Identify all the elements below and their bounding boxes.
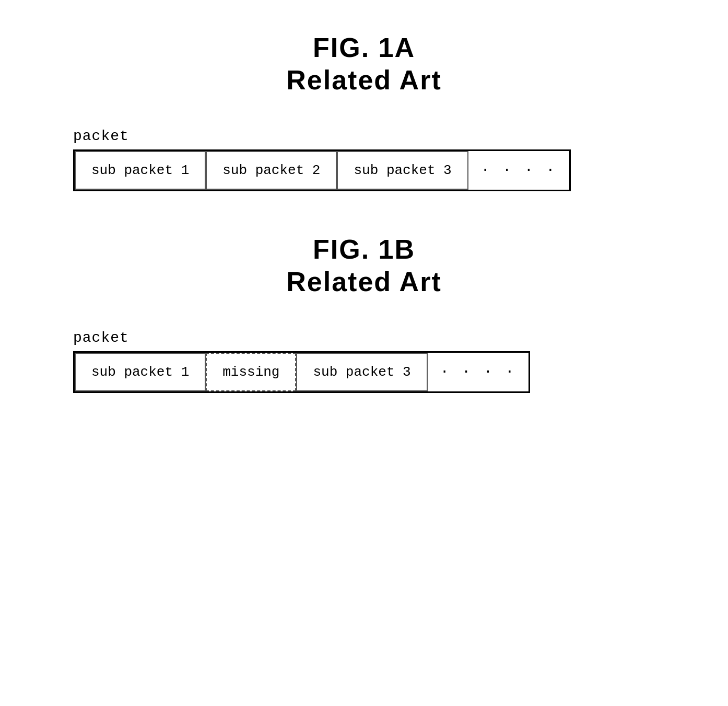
figure-1a-section: FIG. 1A Related Art packet sub packet 1 …: [42, 31, 686, 191]
figure-1a-sub-packet-2: sub packet 2: [206, 151, 337, 190]
figure-1a-title: FIG. 1A Related Art: [286, 31, 441, 97]
figure-1b-title-line1: FIG. 1B: [286, 233, 441, 265]
figure-1a-ellipsis: · · · ·: [468, 151, 570, 190]
figure-1a-packet-label: packet: [73, 128, 129, 144]
figure-1a-packet-outer: sub packet 1 sub packet 2 sub packet 3 ·…: [73, 149, 571, 191]
figure-1a-title-line2: Related Art: [286, 64, 441, 96]
figure-1b-sub-packet-1: sub packet 1: [75, 353, 206, 391]
figure-1b-title-line2: Related Art: [286, 265, 441, 298]
figure-1b-sub-packet-3: sub packet 3: [296, 353, 427, 391]
page-container: FIG. 1A Related Art packet sub packet 1 …: [0, 0, 728, 466]
figure-1b-ellipsis: · · · ·: [428, 353, 529, 391]
figure-1a-sub-packet-1: sub packet 1: [75, 151, 206, 190]
figure-1b-sub-packet-missing: missing: [206, 353, 296, 391]
figure-1b-packet-outer: sub packet 1 missing sub packet 3 · · · …: [73, 351, 530, 393]
figure-1b-section: FIG. 1B Related Art packet sub packet 1 …: [42, 233, 686, 393]
figure-1a-sub-packet-3: sub packet 3: [337, 151, 468, 190]
figure-1a-title-line1: FIG. 1A: [286, 31, 441, 64]
figure-1b-packet-label: packet: [73, 330, 129, 346]
figure-1b-title: FIG. 1B Related Art: [286, 233, 441, 298]
figure-1a-packet-container: packet sub packet 1 sub packet 2 sub pac…: [42, 128, 686, 191]
figure-1b-packet-container: packet sub packet 1 missing sub packet 3…: [42, 330, 686, 393]
